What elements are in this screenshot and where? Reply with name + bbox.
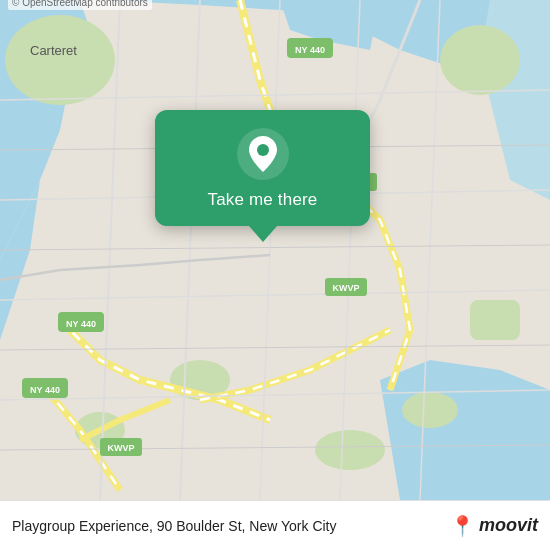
location-pin-icon (237, 128, 289, 180)
moovit-wordmark: moovit (479, 515, 538, 536)
location-text: Playgroup Experience, 90 Boulder St, New… (12, 518, 450, 534)
svg-point-6 (402, 392, 458, 428)
svg-text:NY 440: NY 440 (295, 45, 325, 55)
svg-text:KWVP: KWVP (108, 443, 135, 453)
svg-text:Carteret: Carteret (30, 43, 77, 58)
svg-rect-7 (470, 300, 520, 340)
map-container: Carteret NY 440 NY 440 NY 440 KWVP KWVP … (0, 0, 550, 500)
map-attribution: © OpenStreetMap contributors (8, 0, 152, 10)
popup-card[interactable]: Take me there (155, 110, 370, 226)
svg-text:NY 440: NY 440 (30, 385, 60, 395)
svg-text:NY 440: NY 440 (66, 319, 96, 329)
svg-point-1 (5, 15, 115, 105)
bottom-bar: Playgroup Experience, 90 Boulder St, New… (0, 500, 550, 550)
svg-text:KWVP: KWVP (333, 283, 360, 293)
svg-point-35 (257, 144, 269, 156)
take-me-there-button[interactable]: Take me there (208, 190, 318, 210)
svg-point-2 (440, 25, 520, 95)
svg-point-5 (315, 430, 385, 470)
map-background: Carteret NY 440 NY 440 NY 440 KWVP KWVP … (0, 0, 550, 500)
moovit-logo: 📍 moovit (450, 514, 538, 538)
moovit-pin-icon: 📍 (450, 514, 475, 538)
